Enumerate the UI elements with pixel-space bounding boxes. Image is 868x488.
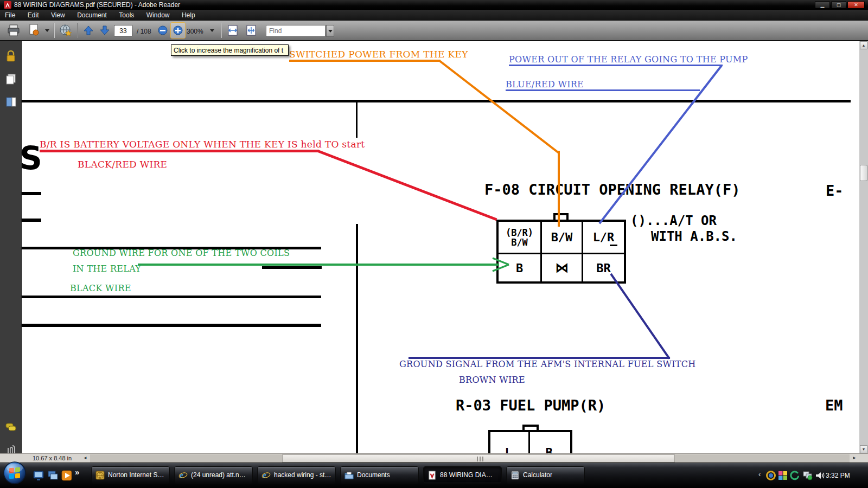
relay-cell: B/W [542, 222, 582, 253]
relay-cell: L/R [583, 222, 624, 253]
internet-explorer-icon: e [261, 471, 271, 480]
next-page-button[interactable] [97, 22, 113, 38]
zoom-in-button[interactable] [170, 22, 186, 38]
horizontal-scroll-thumb[interactable] [282, 454, 675, 463]
page-number-input[interactable] [114, 25, 132, 36]
minimize-button[interactable]: ▁ [815, 1, 830, 9]
underline-mark [610, 245, 617, 246]
network-icon[interactable] [803, 471, 813, 480]
relay-cell: ⋈ [542, 254, 582, 281]
find-dropdown[interactable] [326, 25, 334, 37]
start-button[interactable] [3, 461, 27, 485]
pages-panel-icon[interactable] [4, 73, 17, 86]
horizontal-scrollbar[interactable] [90, 454, 850, 463]
taskbar-button-label: (24 unread) att.net ... [191, 471, 248, 479]
vertical-scrollbar[interactable]: ▲ ▼ [859, 41, 868, 453]
zoom-dropdown[interactable] [208, 22, 215, 38]
taskbar-button-label: Norton Internet Sec... [108, 471, 165, 479]
scroll-down-arrow[interactable]: ▼ [860, 445, 867, 453]
pump-title-fragment: EM [825, 397, 843, 414]
calculator-icon [510, 471, 520, 480]
security-lock-icon[interactable] [4, 50, 17, 63]
menu-help[interactable]: Help [177, 10, 200, 21]
taskbar-button-label: Calculator [523, 471, 552, 479]
taskbar-button-hacked-wiring[interactable]: e hacked wiring - stee... [257, 466, 336, 484]
wire-line [22, 324, 321, 327]
scroll-right-arrow[interactable]: ► [851, 454, 858, 462]
wire-line [22, 296, 321, 298]
annotation-ground-wire-1: GROUND WIRE FOR ONE OF THE TWO COILS [73, 248, 290, 258]
menu-window[interactable]: Window [142, 10, 175, 21]
relay-connector: (B/R) B/W B/W L/R B ⋈ BR [496, 220, 626, 284]
scroll-up-arrow[interactable]: ▲ [860, 41, 867, 49]
window-titlebar[interactable]: 88 WIRING DIAGRAMS.pdf (SECURED) - Adobe… [0, 0, 868, 10]
annotation-line-orange [289, 60, 441, 62]
window-title: 88 WIRING DIAGRAMS.pdf (SECURED) - Adobe… [14, 1, 180, 9]
taskbar-button-attnet[interactable]: e (24 unread) att.net ... [174, 466, 253, 484]
taskbar-button-label: 88 WIRING DIAGRA... [440, 471, 497, 479]
wire-line [22, 100, 851, 102]
menu-document[interactable]: Document [72, 10, 112, 21]
arrow-down-icon [99, 25, 110, 36]
maximize-button[interactable]: ▢ [831, 1, 846, 9]
fit-width-button[interactable] [225, 22, 241, 38]
annotation-brown-wire: BROWN WIRE [459, 375, 525, 385]
norton-tray-icon[interactable] [766, 471, 776, 480]
annotation-black-red-wire: BLACK/RED WIRE [78, 159, 167, 170]
switch-windows-icon[interactable] [47, 470, 59, 481]
clock[interactable]: 3:32 PM [826, 472, 850, 479]
relay-title: F-08 CIRCUIT OPENING RELAY(F) [484, 181, 740, 198]
taskbar: » Norton Internet Sec... e (24 unread) a… [0, 463, 868, 488]
fit-page-button[interactable] [243, 22, 259, 38]
photo-gallery-icon[interactable] [778, 471, 788, 480]
document-action-dropdown[interactable] [43, 22, 50, 38]
comments-panel-icon[interactable] [4, 421, 17, 434]
menu-view[interactable]: View [46, 10, 70, 21]
annotation-ground-signal: GROUND SIGNAL FROM THE AFM'S INTERNAL FU… [399, 359, 696, 369]
bookmarks-panel-icon[interactable] [4, 95, 17, 108]
document-action-button[interactable] [25, 22, 43, 38]
annotation-line-blue [506, 89, 700, 91]
taskbar-button-calculator[interactable]: Calculator [506, 466, 585, 484]
document-action-icon [28, 24, 40, 37]
adobe-pdf-icon [4, 1, 11, 9]
pdf-page[interactable]: S F-08 CIRCUIT OPENING RELAY(F) E- ()...… [22, 41, 859, 453]
taskbar-button-documents[interactable]: Documents [340, 466, 419, 484]
page-size-label: 10.67 x 8.48 in [33, 455, 72, 461]
relay-title-fragment: E- [826, 182, 844, 199]
previous-page-button[interactable] [80, 22, 97, 38]
media-player-icon[interactable] [61, 470, 73, 481]
menu-tools[interactable]: Tools [114, 10, 139, 21]
scroll-left-arrow[interactable]: ◄ [81, 454, 89, 462]
volume-icon[interactable] [815, 471, 825, 480]
annotation-line-navy [610, 273, 670, 359]
annotation-power-out: POWER OUT OF THE RELAY GOING TO THE PUMP [509, 54, 748, 65]
vertical-scroll-thumb[interactable] [860, 165, 867, 181]
taskbar-button-label: Documents [357, 471, 390, 479]
wire-line [22, 219, 41, 222]
pump-title: R-03 FUEL PUMP(R) [456, 397, 605, 414]
show-desktop-icon[interactable] [33, 470, 44, 481]
page-total-label: / 108 [137, 28, 151, 35]
relay-cell: BR [583, 254, 624, 281]
print-button[interactable] [4, 22, 23, 38]
zoom-out-button[interactable] [155, 22, 170, 38]
relay-note-line1: ()...A/T OR [630, 213, 717, 228]
menu-edit[interactable]: Edit [23, 10, 44, 21]
annotation-line-blue [598, 65, 722, 224]
taskbar-button-wiring-pdf[interactable]: 88 WIRING DIAGRA... [423, 466, 502, 484]
quick-launch-overflow-chevron[interactable]: » [75, 467, 79, 477]
norton-globe-icon [95, 471, 105, 480]
find-input[interactable] [266, 25, 326, 37]
taskbar-button-norton[interactable]: Norton Internet Sec... [91, 466, 170, 484]
annotation-line-blue [509, 65, 723, 66]
zoom-out-icon [157, 25, 168, 36]
desktop-screen: 88 WIRING DIAGRAMS.pdf (SECURED) - Adobe… [0, 0, 868, 488]
annotation-blue-red-wire: BLUE/RED WIRE [506, 79, 584, 89]
wire-line [356, 224, 358, 453]
close-button[interactable]: ✕ [847, 1, 865, 9]
tray-expand-chevron[interactable]: ‹ [758, 470, 761, 478]
collaboration-button[interactable] [56, 22, 75, 38]
menu-file[interactable]: File [0, 10, 20, 21]
messenger-swirl-icon[interactable] [790, 471, 800, 480]
